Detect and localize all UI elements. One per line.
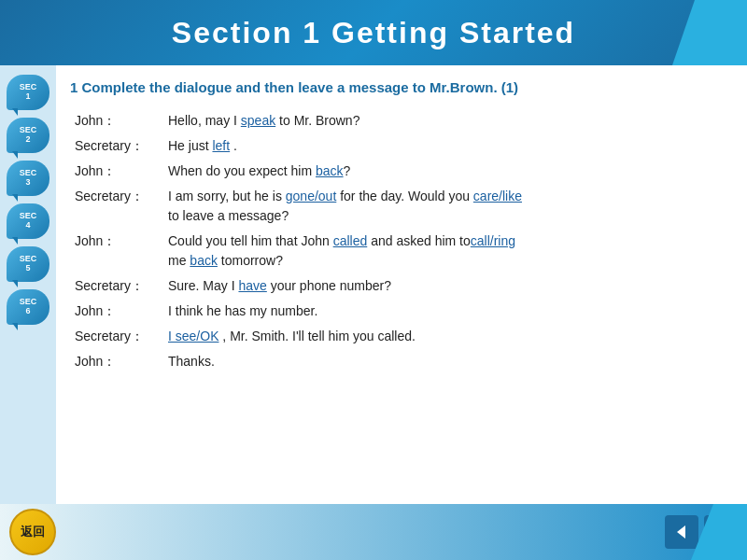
sidebar-item-sec5[interactable]: SEC5 (7, 246, 49, 282)
back-button[interactable]: 返回 (9, 509, 56, 555)
dialogue-row: Secretary：I see/OK , Mr. Smith. I'll tel… (70, 324, 728, 349)
speaker-label: John： (70, 299, 163, 324)
dialogue-row: John：Thanks. (70, 349, 728, 374)
dialogue-text: Could you tell him that John called and … (163, 229, 728, 273)
dialogue-text: I think he has my number. (163, 299, 728, 324)
sidebar: SEC1SEC2SEC3SEC4SEC5SEC6 (0, 65, 56, 504)
dialogue-row: John：I think he has my number. (70, 299, 728, 324)
header-title: Section 1 Getting Started (172, 16, 575, 50)
dialogue-row: John：When do you expect him back? (70, 159, 728, 184)
answer-word: have (238, 278, 266, 293)
speaker-label: John： (70, 159, 163, 184)
answer-word: care/like (473, 189, 522, 203)
sidebar-item-sec4[interactable]: SEC4 (7, 203, 49, 239)
dialogue-row: John：Could you tell him that John called… (70, 229, 728, 273)
answer-word: call/ring (471, 233, 515, 248)
bottom-bar: 返回 (0, 504, 747, 560)
speaker-label: Secretary： (70, 184, 163, 229)
speaker-label: Secretary： (70, 273, 163, 299)
speaker-label: John： (70, 108, 163, 133)
svg-marker-0 (677, 525, 685, 539)
dialogue-text: I see/OK , Mr. Smith. I'll tell him you … (163, 324, 728, 349)
speaker-label: John： (70, 229, 163, 273)
speaker-label: Secretary： (70, 324, 163, 349)
answer-word: gone/out (286, 189, 337, 203)
dialogue-text: Sure. May I have your phone number? (163, 273, 728, 299)
question-title: 1 Complete the dialogue and then leave a… (70, 79, 728, 95)
speaker-label: Secretary： (70, 133, 163, 159)
dialogue-row: Secretary：He just left . (70, 133, 728, 159)
sidebar-item-sec2[interactable]: SEC2 (7, 118, 49, 153)
dialogue-text: Thanks. (163, 349, 728, 374)
dialogue-text: Hello, may I speak to Mr. Brown? (163, 108, 728, 133)
answer-word: back (190, 253, 218, 268)
dialogue-text: I am sorry, but he is gone/out for the d… (163, 184, 728, 229)
dialogue-row: John：Hello, may I speak to Mr. Brown? (70, 108, 728, 133)
dialogue-text: He just left . (163, 133, 728, 159)
sidebar-item-sec1[interactable]: SEC1 (7, 75, 49, 110)
main-content: SEC1SEC2SEC3SEC4SEC5SEC6 1 Complete the … (0, 65, 747, 504)
dialogue-row: Secretary：Sure. May I have your phone nu… (70, 273, 728, 299)
sidebar-item-sec6[interactable]: SEC6 (7, 289, 49, 325)
dialogue-text: When do you expect him back? (163, 159, 728, 184)
content-area: 1 Complete the dialogue and then leave a… (56, 65, 747, 504)
answer-word: called (333, 233, 368, 248)
speaker-label: John： (70, 349, 163, 374)
header-decoration (672, 0, 747, 65)
sidebar-item-sec3[interactable]: SEC3 (7, 161, 49, 196)
answer-word: back (316, 163, 344, 178)
dialogue-table: John：Hello, may I speak to Mr. Brown?Sec… (70, 108, 728, 374)
prev-button[interactable] (665, 515, 698, 549)
dialogue-row: Secretary：I am sorry, but he is gone/out… (70, 184, 728, 229)
answer-word: I see/OK (168, 329, 218, 343)
header: Section 1 Getting Started (0, 0, 747, 65)
answer-word: left (212, 138, 230, 153)
answer-word: speak (241, 113, 275, 128)
